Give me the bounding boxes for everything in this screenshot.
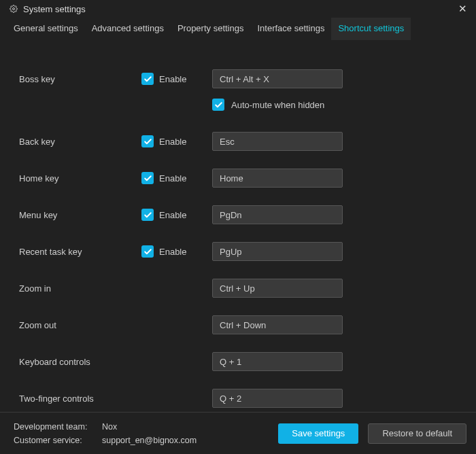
input-keyboard-controls[interactable] [212,352,343,371]
enable-text: Enable [159,210,186,220]
gear-icon [10,5,18,13]
input-recent-task-key[interactable] [212,242,343,261]
row-zoom-in: Zoom in [0,270,476,307]
label-home-key: Home key [19,173,141,184]
enable-menu-key: Enable [141,209,212,221]
checkbox-home-key[interactable] [141,172,154,184]
footer: Development team: Nox Customer service: … [0,412,476,454]
input-home-key[interactable] [212,169,343,188]
content-area: Boss key Enable Auto-mute when hidden Ba… [0,40,476,417]
input-boss-key[interactable] [212,69,343,88]
label-auto-mute: Auto-mute when hidden [231,100,324,110]
row-two-finger-controls: Two-finger controls [0,380,476,417]
footer-info: Development team: Nox Customer service: … [14,422,278,445]
label-boss-key: Boss key [19,74,141,84]
row-keyboard-controls: Keyboard controls [0,343,476,380]
enable-text: Enable [159,247,186,257]
label-zoom-in: Zoom in [19,283,141,294]
checkbox-auto-mute[interactable] [212,99,224,111]
restore-default-button[interactable]: Restore to default [368,423,466,444]
tab-property-settings[interactable]: Property settings [171,18,251,40]
enable-text: Enable [159,173,186,184]
label-menu-key: Menu key [19,210,141,220]
row-back-key: Back key Enable [0,123,476,160]
input-two-finger-controls[interactable] [212,389,343,408]
row-menu-key: Menu key Enable [0,196,476,233]
input-back-key[interactable] [212,132,343,151]
checkbox-recent-task-key[interactable] [141,245,154,258]
dev-team-value: Nox [102,422,117,432]
label-back-key: Back key [19,137,141,147]
label-keyboard-controls: Keyboard controls [19,357,141,367]
dev-team-label: Development team: [14,422,102,432]
checkbox-back-key[interactable] [141,135,154,147]
svg-point-0 [13,8,15,10]
window-title: System settings [23,4,454,14]
save-settings-button[interactable]: Save settings [278,423,358,444]
tabs: General settings Advanced settings Prope… [0,18,476,40]
row-auto-mute: Auto-mute when hidden [0,94,476,115]
titlebar: System settings ✕ [0,0,476,18]
label-recent-task-key: Recent task key [19,247,141,257]
enable-text: Enable [159,74,186,84]
tab-general-settings[interactable]: General settings [7,18,85,40]
close-icon[interactable]: ✕ [454,1,471,17]
enable-boss-key: Enable [141,73,212,85]
label-two-finger-controls: Two-finger controls [19,394,141,404]
row-home-key: Home key Enable [0,160,476,196]
row-recent-task-key: Recent task key Enable [0,233,476,270]
tab-shortcut-settings[interactable]: Shortcut settings [331,18,411,40]
customer-service-value: support_en@bignox.com [102,436,197,445]
tab-advanced-settings[interactable]: Advanced settings [85,18,171,40]
label-zoom-out: Zoom out [19,320,141,330]
input-zoom-out[interactable] [212,315,343,334]
footer-buttons: Save settings Restore to default [278,423,466,444]
enable-text: Enable [159,137,186,147]
row-zoom-out: Zoom out [0,307,476,343]
tab-interface-settings[interactable]: Interface settings [250,18,331,40]
checkbox-boss-key[interactable] [141,73,154,85]
checkbox-menu-key[interactable] [141,209,154,221]
enable-back-key: Enable [141,135,212,147]
row-boss-key: Boss key Enable [0,60,476,97]
enable-home-key: Enable [141,172,212,184]
customer-service-label: Customer service: [14,436,102,445]
input-zoom-in[interactable] [212,279,343,298]
input-menu-key[interactable] [212,205,343,224]
enable-recent-task-key: Enable [141,245,212,258]
